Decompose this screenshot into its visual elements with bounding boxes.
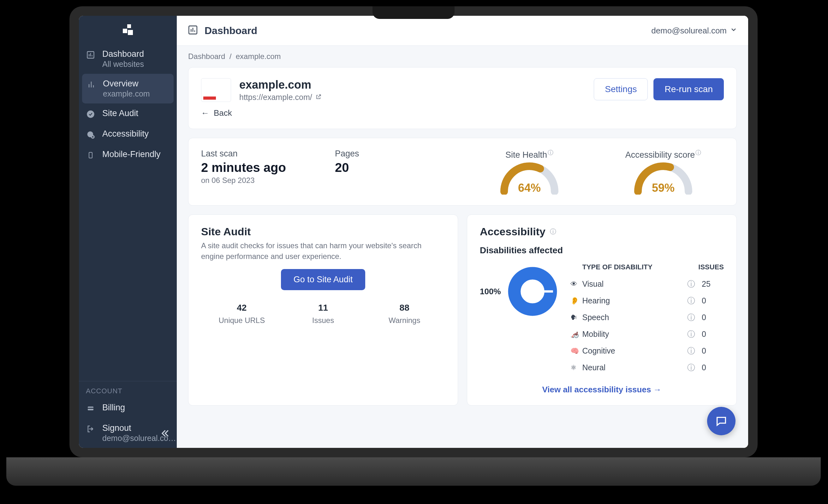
- disability-issue-count: 0: [702, 313, 724, 322]
- sidebar-item-label: Mobile-Friendly: [102, 149, 161, 159]
- sidebar-item-label: Dashboard: [102, 49, 144, 59]
- disability-name: Speech: [582, 313, 688, 322]
- help-icon[interactable]: ⓘ: [687, 279, 702, 289]
- unique-urls-value: 42: [201, 303, 283, 313]
- table-header-type: TYPE OF DISABILITY: [582, 263, 684, 271]
- view-all-accessibility-link[interactable]: View all accessibility issues →: [480, 385, 724, 395]
- donut-percent: 100%: [480, 287, 501, 296]
- sidebar-item-label: Site Audit: [102, 108, 138, 118]
- disabilities-donut-chart: [504, 263, 561, 320]
- chat-fab[interactable]: [707, 407, 736, 435]
- disability-icon: 🦽: [570, 330, 582, 338]
- disability-name: Hearing: [582, 296, 688, 305]
- unique-urls-label: Unique URLS: [201, 316, 283, 325]
- disability-issue-count: 0: [702, 346, 724, 356]
- svg-rect-5: [89, 152, 92, 158]
- site-url: https://example.com/: [239, 93, 312, 102]
- issues-value: 11: [283, 303, 364, 313]
- disability-icon: 👂: [570, 297, 582, 305]
- disability-row: 👂Hearingⓘ0: [570, 292, 724, 309]
- go-to-site-audit-button[interactable]: Go to Site Audit: [281, 269, 366, 290]
- help-icon[interactable]: ⓘ: [695, 149, 701, 156]
- site-audit-title: Site Audit: [201, 226, 445, 238]
- accessibility-card: Accessibility ⓘ Disabilities affected 10…: [467, 215, 737, 406]
- sidebar-item-label: Overview: [103, 79, 150, 89]
- main-content: Dashboard demo@solureal.com Dashboard / …: [177, 16, 748, 448]
- help-icon[interactable]: ⓘ: [548, 149, 553, 156]
- sidebar-item-dashboard[interactable]: Dashboard All websites: [79, 44, 177, 74]
- dashboard-icon: [188, 25, 198, 37]
- back-button[interactable]: ← Back: [201, 108, 724, 118]
- breadcrumb-root[interactable]: Dashboard: [188, 52, 225, 60]
- chevron-down-icon: [730, 26, 737, 36]
- sidebar-item-sublabel: example.com: [103, 89, 150, 98]
- signout-icon: [86, 424, 95, 434]
- topbar: Dashboard demo@solureal.com: [177, 16, 748, 46]
- arrow-right-icon: →: [654, 385, 662, 394]
- disability-issue-count: 0: [702, 296, 724, 305]
- site-audit-desc: A site audit checks for issues that can …: [201, 240, 445, 262]
- rerun-scan-button[interactable]: Re-run scan: [654, 78, 724, 100]
- sidebar-account-header: ACCOUNT: [79, 381, 177, 398]
- sidebar-item-label: Billing: [102, 403, 125, 413]
- pages-label: Pages: [335, 149, 456, 158]
- breadcrumb-current: example.com: [236, 52, 281, 60]
- accessibility-gauge: 59%: [630, 160, 696, 195]
- disability-name: Neural: [582, 363, 688, 372]
- site-health-pct: 64%: [496, 181, 563, 195]
- stats-card: Last scan 2 minutes ago on 06 Sep 2023 P…: [188, 138, 737, 205]
- disability-icon: 🗣: [570, 314, 582, 322]
- sidebar-item-label: Accessibility: [102, 129, 149, 139]
- disability-name: Visual: [582, 279, 688, 288]
- last-scan-label: Last scan: [201, 149, 322, 158]
- help-icon[interactable]: ⓘ: [687, 295, 702, 306]
- disability-row: 👁Visualⓘ25: [570, 276, 724, 292]
- disability-name: Cognitive: [582, 346, 688, 356]
- page-title: Dashboard: [205, 25, 257, 37]
- sidebar-item-mobile[interactable]: Mobile-Friendly: [79, 144, 177, 165]
- sidebar-item-site-audit[interactable]: Site Audit: [79, 103, 177, 124]
- help-icon[interactable]: ⓘ: [687, 329, 702, 339]
- accessibility-score-label: Accessibility score: [625, 150, 695, 159]
- external-link-icon[interactable]: [315, 93, 322, 102]
- site-header-card: example.com https://example.com/ Setting…: [188, 67, 737, 129]
- disability-row: 🦽Mobilityⓘ0: [570, 326, 724, 342]
- help-icon[interactable]: ⓘ: [687, 362, 702, 373]
- user-menu[interactable]: demo@solureal.com: [651, 26, 737, 36]
- disability-icon: 👁: [570, 280, 582, 288]
- disability-issue-count: 25: [702, 279, 724, 288]
- disability-table: TYPE OF DISABILITY ISSUES 👁Visualⓘ25👂Hea…: [570, 263, 724, 376]
- breadcrumb: Dashboard / example.com: [177, 46, 748, 67]
- warnings-label: Warnings: [364, 316, 445, 325]
- svg-point-4: [92, 136, 94, 138]
- svg-point-1: [87, 110, 94, 118]
- accessibility-score-pct: 59%: [630, 181, 696, 195]
- user-email: demo@solureal.com: [651, 26, 727, 36]
- bars-icon: [86, 80, 96, 89]
- help-icon[interactable]: ⓘ: [550, 227, 556, 236]
- disability-issue-count: 0: [702, 363, 724, 372]
- issues-label: Issues: [283, 316, 364, 325]
- svg-rect-7: [88, 408, 93, 409]
- disabilities-subtitle: Disabilities affected: [480, 245, 724, 256]
- app-logo: [79, 16, 177, 44]
- site-health-label: Site Health: [505, 150, 547, 159]
- disability-row: ⚛Neuralⓘ0: [570, 359, 724, 376]
- svg-point-10: [522, 281, 543, 302]
- settings-button[interactable]: Settings: [594, 78, 648, 100]
- help-icon[interactable]: ⓘ: [687, 346, 702, 356]
- sidebar: Dashboard All websites Overview example.…: [79, 16, 177, 448]
- svg-rect-11: [543, 290, 553, 292]
- sidebar-item-billing[interactable]: Billing: [79, 398, 177, 418]
- disability-icon: ⚛: [570, 364, 582, 372]
- globe-gear-icon: [86, 130, 95, 139]
- collapse-sidebar-button[interactable]: [160, 428, 170, 441]
- sidebar-item-accessibility[interactable]: Accessibility: [79, 124, 177, 144]
- disability-name: Mobility: [582, 330, 688, 339]
- disability-row: 🧠Cognitiveⓘ0: [570, 342, 724, 359]
- last-scan-value: 2 minutes ago: [201, 161, 322, 175]
- site-thumbnail: [201, 78, 231, 102]
- help-icon[interactable]: ⓘ: [687, 312, 702, 323]
- sidebar-item-overview[interactable]: Overview example.com: [82, 74, 174, 103]
- table-header-issues: ISSUES: [698, 263, 724, 271]
